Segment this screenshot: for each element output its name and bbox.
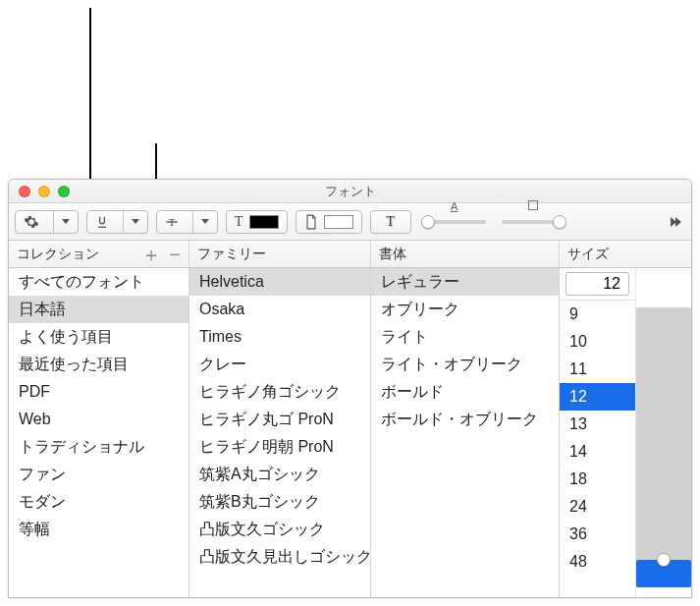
action-menu-button[interactable]: [15, 210, 79, 234]
size-header: サイズ: [560, 241, 691, 267]
size-header-label: サイズ: [567, 246, 609, 263]
list-item[interactable]: モダン: [9, 488, 188, 516]
size-option[interactable]: 11: [560, 356, 635, 383]
size-option[interactable]: 14: [560, 438, 635, 466]
titlebar: フォント: [9, 180, 691, 203]
chevron-down-icon: [62, 219, 70, 224]
list-item[interactable]: トラディショナル: [9, 433, 188, 461]
chevron-down-icon: [132, 219, 139, 224]
family-header-label: ファミリー: [197, 246, 266, 263]
font-color-button[interactable]: T: [226, 210, 288, 234]
size-option[interactable]: 18: [560, 466, 635, 493]
list-item[interactable]: 日本語: [9, 296, 188, 323]
text-shadow-icon: T: [386, 214, 395, 230]
list-item[interactable]: 筑紫A丸ゴシック: [189, 461, 370, 488]
list-item[interactable]: ヒラギノ角ゴシック: [189, 378, 370, 406]
collection-header-label: コレクション: [17, 246, 99, 263]
list-item[interactable]: 等幅: [9, 516, 188, 543]
shadow-blur-slider[interactable]: [498, 210, 568, 234]
list-item[interactable]: ファン: [9, 461, 188, 488]
square-icon: [528, 200, 538, 210]
family-list: HelveticaOsakaTimesクレーヒラギノ角ゴシックヒラギノ丸ゴ Pr…: [189, 268, 371, 597]
list-item[interactable]: Helvetica: [189, 268, 370, 296]
collection-list: すべてのフォント日本語よく使う項目最近使った項目PDFWebトラディショナルファ…: [9, 268, 189, 597]
strikethrough-icon: T: [165, 215, 179, 229]
add-collection-button[interactable]: ＋: [141, 245, 161, 264]
list-item[interactable]: PDF: [9, 378, 188, 406]
letter-a-underline-icon: A: [451, 200, 458, 212]
list-item[interactable]: ボールド: [371, 378, 559, 406]
list-item[interactable]: Times: [189, 323, 370, 351]
size-option[interactable]: 36: [560, 521, 635, 548]
strikethrough-button[interactable]: T: [156, 210, 218, 234]
column-headers: コレクション ＋ − ファミリー 書体 サイズ: [9, 241, 691, 268]
size-pane: 9101112131418243648: [560, 268, 691, 597]
list-item[interactable]: よく使う項目: [9, 323, 188, 351]
size-option[interactable]: 48: [560, 548, 635, 576]
toolbar: T T T A: [9, 203, 691, 241]
window-title: フォント: [9, 183, 691, 200]
chevron-down-icon: [201, 219, 209, 224]
size-option[interactable]: 24: [560, 493, 635, 521]
underline-button[interactable]: [86, 210, 148, 234]
list-item[interactable]: 筑紫B丸ゴシック: [189, 488, 370, 516]
remove-collection-button[interactable]: −: [169, 245, 181, 264]
list-item[interactable]: 凸版文久ゴシック: [189, 516, 370, 543]
size-option[interactable]: 13: [560, 411, 635, 438]
list-item[interactable]: ヒラギノ明朝 ProN: [189, 433, 370, 461]
list-item[interactable]: ライト・オブリーク: [371, 351, 559, 378]
list-item[interactable]: クレー: [189, 351, 370, 378]
size-option[interactable]: 10: [560, 328, 635, 356]
list-item[interactable]: すべてのフォント: [9, 268, 188, 296]
font-panel-window: フォント T T T: [8, 179, 692, 598]
gear-icon: [24, 214, 39, 230]
panel-body: すべてのフォント日本語よく使う項目最近使った項目PDFWebトラディショナルファ…: [9, 268, 691, 597]
document-icon: [304, 214, 318, 230]
size-slider[interactable]: [636, 268, 691, 597]
size-option[interactable]: 9: [560, 301, 635, 328]
list-item[interactable]: レギュラー: [371, 268, 559, 296]
family-header: ファミリー: [189, 241, 371, 267]
document-color-button[interactable]: [296, 210, 362, 234]
color-swatch-black: [249, 215, 279, 229]
svg-rect-2: [98, 226, 106, 227]
list-item[interactable]: オブリーク: [371, 296, 559, 323]
color-swatch-white: [324, 215, 353, 229]
chevron-double-right-icon: [671, 217, 681, 227]
typeface-header: 書体: [371, 241, 560, 267]
letter-t-icon: T: [235, 214, 243, 230]
collection-header: コレクション ＋ −: [9, 241, 189, 267]
list-item[interactable]: 最近使った項目: [9, 351, 188, 378]
list-item[interactable]: 凸版文久見出しゴシック: [189, 543, 370, 571]
list-item[interactable]: ヒラギノ丸ゴ ProN: [189, 406, 370, 433]
shadow-opacity-slider[interactable]: A: [419, 210, 490, 234]
svg-rect-4: [166, 221, 178, 222]
list-item[interactable]: ボールド・オブリーク: [371, 406, 559, 433]
typeface-header-label: 書体: [379, 246, 406, 263]
text-effects-button[interactable]: T: [370, 210, 411, 234]
size-input[interactable]: [565, 272, 629, 296]
list-item[interactable]: Osaka: [189, 296, 370, 323]
underline-icon: [95, 215, 109, 229]
overflow-button[interactable]: [667, 213, 685, 231]
typeface-list: レギュラーオブリークライトライト・オブリークボールドボールド・オブリーク: [371, 268, 560, 597]
list-item[interactable]: Web: [9, 406, 188, 433]
size-option[interactable]: 12: [560, 383, 635, 411]
list-item[interactable]: ライト: [371, 323, 559, 351]
